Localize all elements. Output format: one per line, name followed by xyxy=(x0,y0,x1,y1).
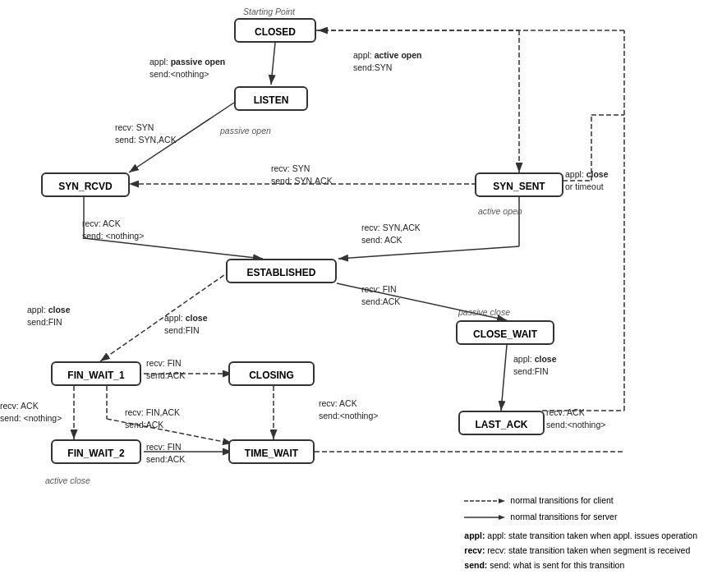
state-syn-sent: SYN_SENT xyxy=(475,172,563,197)
state-time-wait: TIME_WAIT xyxy=(228,439,315,464)
svg-marker-28 xyxy=(499,498,505,503)
svg-line-10 xyxy=(338,246,519,259)
label-passive-close: passive close xyxy=(458,306,510,319)
label-closing-timewait: recv: ACKsend:<nothing> xyxy=(319,397,378,421)
label-closed-synsent: appl: active opensend:SYN xyxy=(353,49,421,73)
diagram-container: { "states": { "closed": { "label": "CLOS… xyxy=(0,0,722,588)
label-established-closewait: recv: FINsend:ACK xyxy=(361,283,400,307)
label-active-open: active open xyxy=(478,205,522,218)
label-closewait-lastack: appl: closesend:FIN xyxy=(513,353,557,377)
state-closing: CLOSING xyxy=(228,361,315,386)
label-synsent-synrcvd: recv: SYNsend: SYN,ACK xyxy=(271,163,333,186)
state-closed: CLOSED xyxy=(234,18,316,43)
svg-marker-30 xyxy=(499,515,505,520)
state-last-ack: LAST_ACK xyxy=(458,411,545,435)
label-starting-point: Starting Point xyxy=(243,6,295,18)
state-fin-wait-2: FIN_WAIT_2 xyxy=(51,439,141,464)
label-lastack-closed: recv: ACKsend:<nothing> xyxy=(546,407,605,430)
label-finwait1-closing: recv: FINsend:ACK xyxy=(146,357,185,381)
legend-dashed-label: normal transitions for client xyxy=(510,494,613,508)
label-estab-finwait1-appl: appl: closesend:FIN xyxy=(164,312,208,336)
svg-line-2 xyxy=(271,43,275,85)
label-finwait1-finack: recv: FIN,ACKsend:ACK xyxy=(125,407,180,430)
label-finwait1-finwait2: recv: ACKsend: <nothing> xyxy=(0,400,62,424)
state-listen: LISTEN xyxy=(234,86,308,111)
state-syn-rcvd: SYN_RCVD xyxy=(41,172,130,197)
label-active-close: active close xyxy=(45,475,90,487)
label-synsent-close: appl: closeor timeout xyxy=(565,168,609,192)
label-established-finwait1: appl: closesend:FIN xyxy=(27,304,71,328)
label-finwait2-timewait: recv: FINsend:ACK xyxy=(146,441,185,465)
state-fin-wait-1: FIN_WAIT_1 xyxy=(51,361,141,386)
svg-line-13 xyxy=(501,345,507,411)
legend: normal transitions for client normal tra… xyxy=(464,494,697,573)
label-synrcvd-established: recv: ACKsend: <nothing> xyxy=(82,218,144,241)
state-established: ESTABLISHED xyxy=(226,259,337,283)
legend-recv: recv: state transition taken when segmen… xyxy=(487,545,690,555)
legend-appl: appl: state transition taken when appl. … xyxy=(487,531,697,540)
state-close-wait: CLOSE_WAIT xyxy=(456,320,554,345)
label-passive-open: passive open xyxy=(220,125,271,137)
legend-solid-label: normal transitions for server xyxy=(510,510,617,525)
label-listen-synrcvd: recv: SYNsend: SYN,ACK xyxy=(115,122,177,145)
label-synsent-established: recv: SYN,ACKsend: ACK xyxy=(361,222,421,246)
legend-send: send: what is sent for this transition xyxy=(490,560,624,570)
label-closed-listen: appl: passive opensend:<nothing> xyxy=(149,56,225,80)
